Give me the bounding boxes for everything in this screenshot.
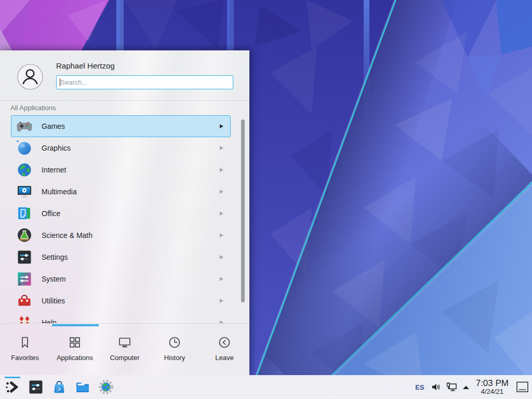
taskbar-panel: ES 7:03 PM 4/24/21 xyxy=(0,375,532,399)
category-row-science-math[interactable]: Science & Math xyxy=(11,224,231,246)
submenu-arrow-icon xyxy=(220,190,223,194)
category-label: Office xyxy=(42,209,60,218)
active-tab-indicator xyxy=(52,324,99,326)
category-row-multimedia[interactable]: Multimedia xyxy=(11,181,231,203)
internet-icon xyxy=(16,162,33,178)
category-label: Graphics xyxy=(42,144,71,152)
category-row-help[interactable]: Help xyxy=(11,312,231,323)
tab-label: Computer xyxy=(110,354,139,362)
category-label: Multimedia xyxy=(42,188,77,196)
clock-time: 7:03 PM xyxy=(476,379,509,388)
category-row-office[interactable]: Office xyxy=(11,203,231,224)
submenu-arrow-icon xyxy=(220,299,223,303)
tab-computer[interactable]: Computer xyxy=(100,328,150,375)
settings-icon xyxy=(16,249,33,265)
submenu-arrow-icon xyxy=(220,211,223,216)
games-icon xyxy=(16,118,33,135)
app-launcher-icon[interactable] xyxy=(4,379,21,395)
category-list: Games Graphics Internet xyxy=(0,115,249,323)
category-row-settings[interactable]: Settings xyxy=(11,246,231,268)
launcher-tabbar: Favorites Applications Computer xyxy=(0,328,249,375)
app-grid-icon xyxy=(68,335,82,350)
volume-icon[interactable] xyxy=(431,382,441,392)
submenu-arrow-icon xyxy=(220,146,223,150)
bookmark-icon xyxy=(18,335,32,350)
scrollbar-thumb[interactable] xyxy=(241,119,245,302)
taskbar-app-icons xyxy=(0,379,114,395)
system-icon xyxy=(16,271,33,287)
category-row-utilities[interactable]: Utilities xyxy=(11,290,231,312)
category-label: Games xyxy=(42,122,65,130)
tab-favorites[interactable]: Favorites xyxy=(0,328,50,375)
office-icon xyxy=(16,205,33,222)
show-desktop-button[interactable] xyxy=(516,381,529,393)
tab-label: Leave xyxy=(215,354,233,362)
multimedia-icon xyxy=(16,183,33,200)
system-settings-icon[interactable] xyxy=(28,379,44,395)
tab-label: Favorites xyxy=(11,354,38,362)
category-label: Science & Math xyxy=(42,231,92,240)
tab-leave[interactable]: Leave xyxy=(200,328,249,375)
category-row-internet[interactable]: Internet xyxy=(11,159,231,181)
computer-icon xyxy=(117,335,132,350)
graphics-icon xyxy=(16,140,33,156)
network-icon[interactable] xyxy=(446,382,458,392)
submenu-arrow-icon xyxy=(220,233,223,237)
digital-clock[interactable]: 7:03 PM 4/24/21 xyxy=(476,379,509,395)
system-tray: ES 7:03 PM 4/24/21 xyxy=(415,375,532,399)
category-row-games[interactable]: Games xyxy=(11,115,231,137)
section-label: All Applications xyxy=(10,104,56,112)
leave-icon xyxy=(217,335,232,350)
category-label: Settings xyxy=(42,253,68,261)
category-label: Help xyxy=(42,318,57,323)
category-label: Internet xyxy=(42,166,66,174)
submenu-arrow-icon xyxy=(220,168,223,172)
user-name: Raphael Hertzog xyxy=(56,61,115,70)
tab-label: Applications xyxy=(57,354,93,362)
header-separator xyxy=(0,100,249,101)
launcher-active-indicator xyxy=(5,377,20,378)
keyboard-layout-indicator[interactable]: ES xyxy=(415,383,424,391)
category-row-graphics[interactable]: Graphics xyxy=(11,137,231,159)
category-label: Utilities xyxy=(42,297,65,305)
tab-history[interactable]: History xyxy=(150,328,200,375)
submenu-arrow-icon xyxy=(220,255,223,259)
history-clock-icon xyxy=(167,335,182,350)
file-manager-icon[interactable] xyxy=(74,379,91,395)
discover-icon[interactable] xyxy=(51,379,68,395)
application-launcher-popup: Raphael Hertzog All Applications Games xyxy=(0,50,249,375)
category-label: System xyxy=(42,275,66,283)
user-avatar[interactable] xyxy=(17,64,43,90)
tab-applications[interactable]: Applications xyxy=(50,328,100,375)
submenu-arrow-icon xyxy=(220,277,223,281)
text-caret xyxy=(60,78,60,86)
expand-tray-arrow-icon[interactable] xyxy=(462,384,470,390)
list-separator xyxy=(0,323,249,324)
science-icon xyxy=(16,227,33,244)
web-browser-icon[interactable] xyxy=(98,379,114,395)
help-icon xyxy=(16,314,33,323)
search-input[interactable] xyxy=(56,75,233,89)
utilities-icon xyxy=(16,292,33,309)
launcher-header: Raphael Hertzog xyxy=(0,50,249,100)
submenu-arrow-icon xyxy=(220,124,223,128)
tab-label: History xyxy=(164,354,185,362)
category-row-system[interactable]: System xyxy=(11,268,231,290)
clock-date: 4/24/21 xyxy=(476,388,509,395)
